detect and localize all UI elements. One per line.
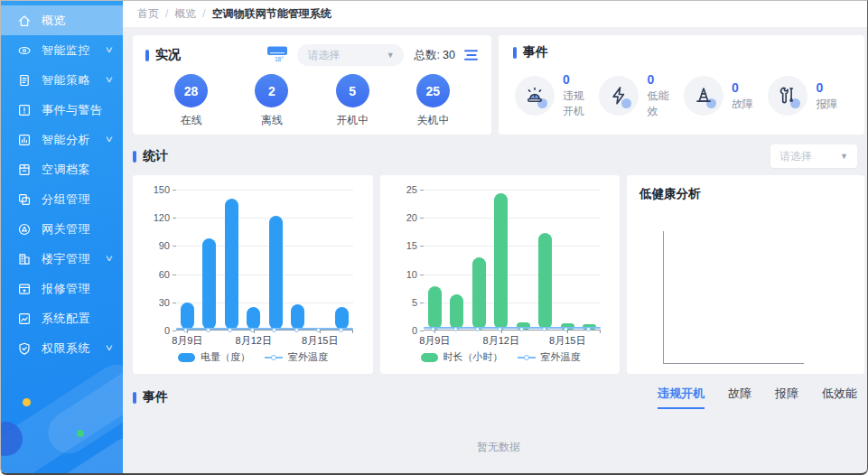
health-analysis-title: 低健康分析 (639, 186, 852, 202)
building-icon (17, 252, 32, 266)
legend-label: 时长（小时） (443, 350, 503, 364)
stats-select[interactable]: 请选择 ▼ (770, 144, 857, 168)
x-tick-mark (501, 330, 502, 333)
y-tick-mark (420, 190, 424, 191)
empty-chart-axes (663, 231, 804, 364)
y-tick-mark (173, 246, 176, 247)
event-count: 0 (647, 72, 679, 87)
line-marker (206, 328, 210, 332)
archive-icon (17, 163, 32, 177)
energy-bar-chart: 03060901201508月9日8月12日8月15日电量（度）室外温度 (147, 186, 359, 370)
sidebar-item-12[interactable]: 权限系统˅ (1, 333, 123, 363)
legend-item: 室外温度 (518, 350, 581, 364)
sidebar-item-1[interactable]: 概览 (1, 5, 123, 35)
x-tick-label: 8月12日 (236, 334, 272, 348)
tab-低效能[interactable]: 低效能 (822, 386, 857, 409)
legend-item: 电量（度） (178, 350, 250, 364)
y-tick-mark (420, 331, 424, 331)
chevron-down-icon: ▼ (387, 51, 395, 60)
sidebar-item-label: 楼宇管理 (42, 251, 107, 267)
gateway-icon (17, 222, 32, 237)
plot-area: 05101520258月9日8月12日8月15日 (424, 190, 601, 331)
sidebar-item-5[interactable]: 智能分析˅ (1, 125, 123, 154)
gridline (424, 275, 601, 275)
legend-line-marker (265, 357, 283, 359)
sidebar-item-label: 概览 (42, 13, 112, 29)
chevron-down-icon: ˅ (106, 254, 113, 264)
tab-违规开机[interactable]: 违规开机 (658, 386, 705, 409)
device-select[interactable]: 请选择 ▼ (297, 44, 404, 66)
stat-label: 在线 (181, 113, 202, 128)
sidebar-item-10[interactable]: 报修管理 (1, 274, 123, 303)
legend-swatch (421, 353, 438, 362)
event-label: 故障 (732, 97, 753, 112)
line-series (424, 327, 601, 329)
x-tick-mark (434, 330, 435, 333)
alert-icon (17, 103, 32, 117)
monitor-icon (17, 43, 32, 58)
y-tick-mark (420, 218, 424, 219)
device-select-placeholder: 请选择 (308, 48, 341, 63)
repair-icon (17, 282, 32, 296)
health-analysis-card: 低健康分析 (627, 175, 864, 374)
sidebar-item-label: 空调档案 (42, 162, 112, 178)
stat-label: 离线 (261, 113, 283, 128)
event-counters: 0 违规开机 0 低能效 0 故障 0 报障 (513, 72, 850, 119)
sidebar-item-label: 权限系统 (42, 340, 107, 357)
breadcrumb-link[interactable]: 概览 (174, 7, 196, 20)
line-marker (294, 328, 299, 332)
sidebar-decor-dot-yellow (23, 398, 31, 406)
live-stat: 25 关机中 (416, 74, 450, 128)
sidebar-item-8[interactable]: 网关管理 (1, 214, 123, 244)
sidebar-item-label: 智能策略 (42, 72, 107, 88)
main-area: 首页/概览/空调物联网节能管理系统 实况 (123, 1, 867, 473)
stats-select-placeholder: 请选择 (779, 149, 812, 164)
line-marker (519, 327, 524, 331)
x-tick-label: 8月12日 (483, 334, 519, 348)
sidebar-item-2[interactable]: 智能监控˅ (1, 35, 123, 65)
siren-icon (515, 76, 555, 116)
sidebar-item-label: 网关管理 (42, 221, 112, 238)
bar (247, 307, 260, 330)
y-tick-mark (420, 303, 424, 303)
air-conditioner-icon[interactable]: 18° (266, 45, 288, 66)
bar (494, 193, 508, 330)
stat-label: 关机中 (416, 113, 449, 128)
total-count: 总数:30 (415, 48, 455, 63)
legend-label: 室外温度 (288, 350, 328, 364)
tab-报障[interactable]: 报障 (775, 386, 798, 409)
y-tick-mark (173, 190, 176, 191)
stat-circle: 2 (255, 74, 288, 107)
stat-circle: 28 (174, 74, 208, 107)
stat-circle: 25 (416, 74, 450, 107)
sidebar-item-7[interactable]: 分组管理 (1, 184, 123, 214)
line-marker (453, 327, 458, 331)
sidebar-item-11[interactable]: 系统配置 (1, 303, 123, 333)
bar (269, 216, 283, 330)
filter-icon[interactable] (464, 49, 479, 61)
bar (225, 199, 238, 330)
line-marker (272, 328, 276, 332)
breadcrumb-current: 空调物联网节能管理系统 (212, 7, 331, 20)
home-icon (17, 14, 32, 28)
bar (181, 303, 194, 330)
x-tick-label: 8月9日 (172, 334, 202, 348)
sidebar-item-4[interactable]: 事件与警告 (1, 95, 123, 125)
sidebar-item-9[interactable]: 楼宇管理˅ (1, 244, 123, 274)
bar (450, 294, 463, 330)
sidebar-item-3[interactable]: 智能策略˅ (1, 65, 123, 95)
breadcrumb-link[interactable]: 首页 (137, 7, 159, 20)
group-icon (17, 192, 32, 207)
title-accent-bar (513, 47, 517, 59)
gridline (176, 218, 353, 219)
sidebar-item-6[interactable]: 空调档案 (1, 154, 123, 184)
live-stats: 28 在线2 离线5 开机中25 关机中 (145, 74, 479, 128)
bar (472, 257, 486, 330)
title-accent-bar (133, 151, 136, 163)
legend: 时长（小时）室外温度 (395, 350, 606, 364)
tab-故障[interactable]: 故障 (728, 386, 751, 409)
x-axis-end-tick (600, 330, 601, 333)
live-panel-title: 实况 (145, 47, 181, 63)
duration-bar-chart: 05101520258月9日8月12日8月15日时长（小时）室外温度 (395, 186, 606, 370)
gridline (176, 190, 353, 191)
